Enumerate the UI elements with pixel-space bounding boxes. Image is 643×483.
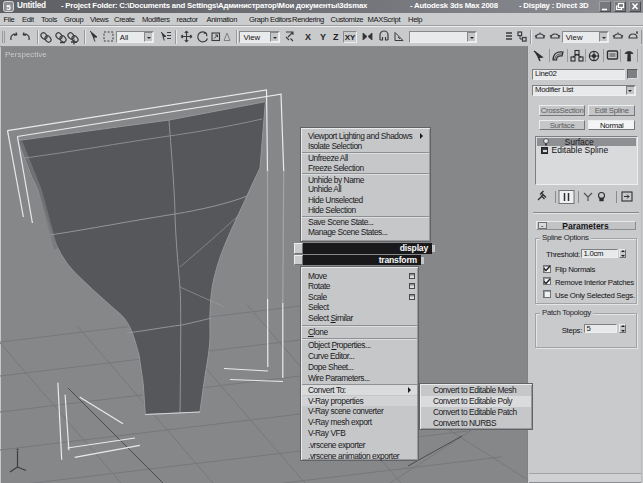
svg-text:5: 5: [6, 3, 11, 12]
svg-text:Perspective: Perspective: [5, 50, 47, 59]
